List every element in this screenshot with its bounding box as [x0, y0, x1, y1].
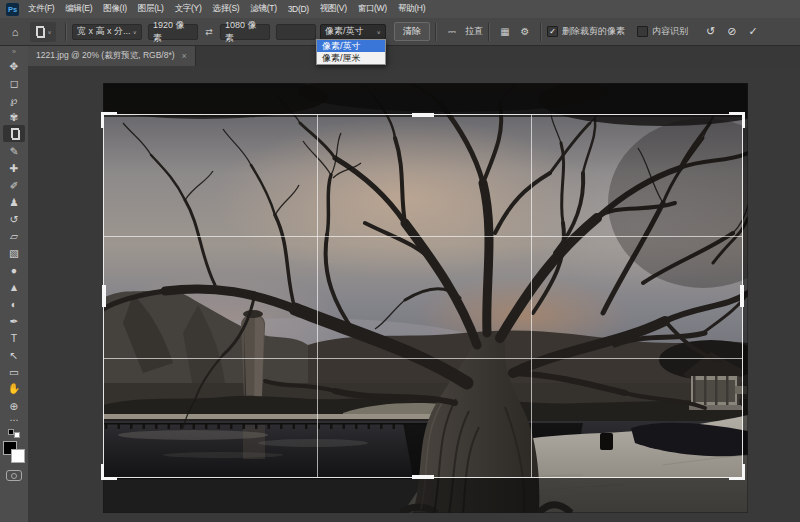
type-tool[interactable]: T	[3, 329, 25, 346]
unit-option-pixels-per-cm[interactable]: 像素/厘米	[317, 52, 385, 64]
quick-selection-tool[interactable]: ✾	[3, 108, 25, 125]
divider	[488, 23, 490, 41]
move-tool[interactable]: ✥	[3, 57, 25, 74]
crop-handle-right[interactable]	[740, 285, 744, 307]
menu-view[interactable]: 视图(V)	[320, 3, 347, 15]
pen-tool[interactable]: ✒	[3, 312, 25, 329]
crop-tool-preset-button[interactable]: ∨	[30, 22, 56, 42]
home-icon[interactable]: ⌂	[6, 26, 24, 38]
delete-cropped-pixels-label: 删除裁剪的像素	[562, 25, 625, 38]
crop-width-input[interactable]: 1920 像素	[148, 24, 198, 40]
spot-healing-brush-tool[interactable]: ✚	[3, 159, 25, 176]
divider	[435, 23, 437, 41]
resolution-unit-popup: 像素/英寸 像素/厘米	[316, 39, 386, 65]
content-aware-checkbox[interactable]	[637, 26, 648, 37]
toolbar-collapse-icon[interactable]: »	[12, 46, 16, 57]
gradient-tool[interactable]: ▧	[3, 244, 25, 261]
menu-window[interactable]: 窗口(W)	[358, 3, 387, 15]
photo-crop-preview[interactable]	[103, 83, 748, 513]
eraser-tool[interactable]: ▱	[3, 227, 25, 244]
overlay-grid-options-icon[interactable]: ▦	[497, 24, 513, 40]
divider	[65, 23, 67, 41]
quick-mask-button[interactable]	[6, 470, 22, 481]
document-tab[interactable]: 1221.jpg @ 20% (裁剪预览, RGB/8*) ×	[28, 46, 196, 66]
crop-options-bar: ⌂ ∨ 宽 x 高 x 分... ∨ 1920 像素 ⇄ 1080 像素 像素/…	[0, 18, 800, 46]
document-title: 1221.jpg @ 20% (裁剪预览, RGB/8*)	[36, 50, 175, 62]
crop-handle-bottom-right[interactable]	[729, 464, 745, 480]
unit-option-pixels-per-inch[interactable]: 像素/英寸	[317, 40, 385, 52]
clone-stamp-tool[interactable]: ♟	[3, 193, 25, 210]
tools-panel: » ✥ ◻ ℘ ✾ ✎ ✚ ✐ ♟ ↺ ▱ ▧ ● ▲ ◐ ✒ T ↖ ▭ ✋ …	[0, 46, 28, 522]
menu-filter[interactable]: 滤镜(T)	[250, 3, 276, 15]
crop-handle-top-right[interactable]	[729, 112, 745, 128]
divider	[540, 23, 542, 41]
menu-3d[interactable]: 3D(D)	[288, 4, 309, 14]
eyedropper-tool[interactable]: ✎	[3, 142, 25, 159]
dodge-tool[interactable]: ◐	[3, 295, 25, 312]
swap-width-height-icon[interactable]: ⇄	[202, 27, 216, 37]
menu-bar: Ps 文件(F) 编辑(E) 图像(I) 图层(L) 文字(Y) 选择(S) 滤…	[0, 0, 800, 18]
crop-ratio-preset-label: 宽 x 高 x 分...	[77, 25, 131, 38]
blur-tool[interactable]: ●	[3, 261, 25, 278]
crop-icon	[34, 26, 45, 37]
background-color-swatch[interactable]	[11, 449, 25, 463]
resolution-unit-value: 像素/英寸	[325, 25, 364, 38]
thirds-grid-vertical-1	[317, 115, 318, 477]
commit-crop-icon[interactable]: ✓	[748, 25, 757, 38]
thirds-grid-horizontal-1	[104, 236, 742, 237]
resolution-unit-dropdown[interactable]: 像素/英寸 ∨	[320, 24, 386, 40]
crop-handle-bottom[interactable]	[412, 475, 434, 479]
brush-tool[interactable]: ✐	[3, 176, 25, 193]
cancel-crop-icon[interactable]: ⊘	[727, 25, 736, 38]
crop-handle-top-left[interactable]	[101, 112, 117, 128]
rectangular-marquee-tool[interactable]: ◻	[3, 74, 25, 91]
document-canvas[interactable]	[28, 66, 800, 522]
delete-cropped-pixels-checkbox[interactable]: ✓	[547, 26, 558, 37]
default-colors-icon[interactable]	[8, 429, 20, 438]
edit-toolbar-icon[interactable]: ⋯	[10, 414, 19, 427]
crop-tool[interactable]	[3, 125, 25, 142]
content-aware-label: 内容识别	[652, 25, 688, 38]
crop-marquee[interactable]	[103, 114, 743, 478]
chevron-down-icon: ∨	[377, 29, 381, 35]
crop-icon	[9, 128, 20, 139]
chevron-down-icon: ∨	[133, 29, 137, 35]
straighten-label: 拉直	[465, 25, 483, 38]
lasso-tool[interactable]: ℘	[3, 91, 25, 108]
history-brush-tool[interactable]: ↺	[3, 210, 25, 227]
menu-type[interactable]: 文字(Y)	[175, 3, 202, 15]
menu-edit[interactable]: 编辑(E)	[65, 3, 92, 15]
crop-resolution-input[interactable]	[276, 24, 316, 40]
menu-image[interactable]: 图像(I)	[103, 3, 127, 15]
straighten-level-icon: ⎓	[444, 24, 460, 40]
zoom-tool[interactable]: ⊕	[3, 397, 25, 414]
crop-handle-top[interactable]	[412, 113, 434, 117]
crop-ratio-preset-dropdown[interactable]: 宽 x 高 x 分... ∨	[72, 24, 142, 40]
menu-layer[interactable]: 图层(L)	[138, 3, 164, 15]
sharpen-tool[interactable]: ▲	[3, 278, 25, 295]
chevron-down-icon: ∨	[47, 29, 51, 35]
crop-handle-left[interactable]	[102, 285, 106, 307]
rectangle-shape-tool[interactable]: ▭	[3, 363, 25, 380]
document-tab-bar: 1221.jpg @ 20% (裁剪预览, RGB/8*) ×	[28, 46, 800, 66]
straighten-button[interactable]: ⎓ 拉直	[442, 24, 483, 40]
crop-handle-bottom-left[interactable]	[101, 464, 117, 480]
path-selection-tool[interactable]: ↖	[3, 346, 25, 363]
photoshop-logo: Ps	[6, 3, 19, 16]
thirds-grid-horizontal-2	[104, 358, 742, 359]
color-swatches[interactable]	[3, 441, 25, 463]
close-tab-icon[interactable]: ×	[182, 51, 187, 61]
thirds-grid-vertical-2	[531, 115, 532, 477]
crop-height-input[interactable]: 1080 像素	[220, 24, 270, 40]
hand-tool[interactable]: ✋	[3, 380, 25, 397]
menu-select[interactable]: 选择(S)	[212, 3, 239, 15]
crop-settings-gear-icon[interactable]: ⚙	[517, 24, 533, 40]
menu-help[interactable]: 帮助(H)	[398, 3, 425, 15]
reset-crop-icon[interactable]: ↺	[706, 25, 715, 38]
menu-file[interactable]: 文件(F)	[28, 3, 54, 15]
clear-button[interactable]: 清除	[394, 22, 430, 41]
